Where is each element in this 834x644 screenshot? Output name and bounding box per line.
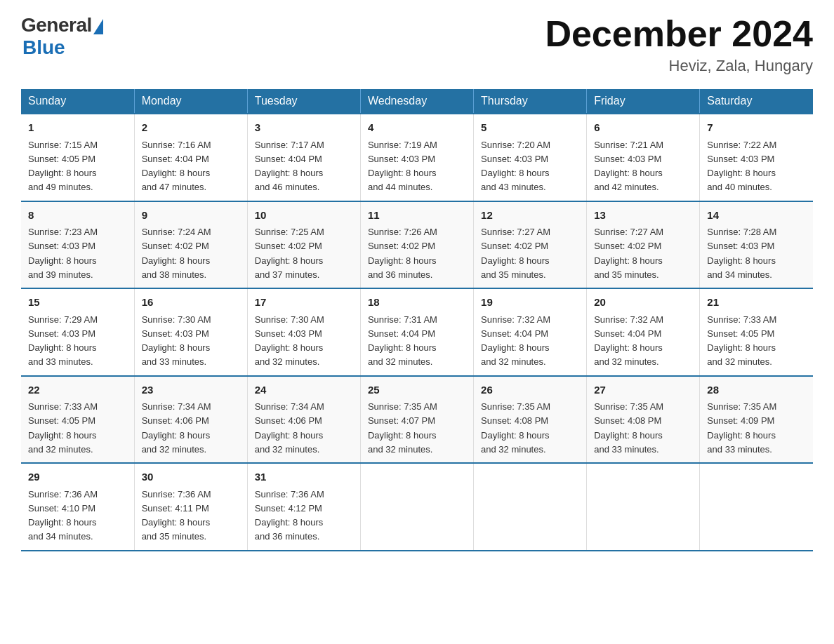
day-number: 26	[481, 382, 579, 398]
day-number: 11	[368, 208, 466, 224]
day-number: 31	[255, 469, 353, 485]
calendar-cell: 23 Sunrise: 7:34 AMSunset: 4:06 PMDaylig…	[134, 376, 247, 464]
day-number: 15	[28, 295, 127, 311]
calendar-cell: 19 Sunrise: 7:32 AMSunset: 4:04 PMDaylig…	[474, 288, 587, 376]
day-number: 21	[707, 295, 806, 311]
day-info: Sunrise: 7:31 AMSunset: 4:04 PMDaylight:…	[368, 314, 437, 368]
day-number: 19	[481, 295, 579, 311]
calendar-table: Sunday Monday Tuesday Wednesday Thursday…	[21, 89, 813, 551]
day-number: 29	[28, 469, 127, 485]
day-number: 25	[368, 382, 466, 398]
day-number: 22	[28, 382, 127, 398]
header-sunday: Sunday	[21, 89, 134, 114]
calendar-cell	[587, 463, 700, 551]
calendar-cell: 3 Sunrise: 7:17 AMSunset: 4:04 PMDayligh…	[247, 114, 360, 201]
day-number: 16	[142, 295, 240, 311]
calendar-cell: 22 Sunrise: 7:33 AMSunset: 4:05 PMDaylig…	[21, 376, 134, 464]
day-info: Sunrise: 7:22 AMSunset: 4:03 PMDaylight:…	[707, 140, 776, 193]
calendar-cell: 11 Sunrise: 7:26 AMSunset: 4:02 PMDaylig…	[360, 201, 473, 289]
header-monday: Monday	[134, 89, 247, 114]
day-info: Sunrise: 7:35 AMSunset: 4:08 PMDaylight:…	[481, 401, 550, 455]
calendar-cell: 16 Sunrise: 7:30 AMSunset: 4:03 PMDaylig…	[134, 288, 247, 376]
day-info: Sunrise: 7:24 AMSunset: 4:02 PMDaylight:…	[142, 227, 211, 280]
day-number: 12	[481, 208, 579, 224]
location: Heviz, Zala, Hungary	[545, 57, 813, 75]
day-number: 18	[368, 295, 466, 311]
day-info: Sunrise: 7:27 AMSunset: 4:02 PMDaylight:…	[594, 227, 663, 280]
title-section: December 2024 Heviz, Zala, Hungary	[545, 14, 813, 75]
calendar-cell: 30 Sunrise: 7:36 AMSunset: 4:11 PMDaylig…	[134, 463, 247, 551]
calendar-cell: 27 Sunrise: 7:35 AMSunset: 4:08 PMDaylig…	[587, 376, 700, 464]
day-info: Sunrise: 7:34 AMSunset: 4:06 PMDaylight:…	[255, 401, 324, 455]
day-info: Sunrise: 7:33 AMSunset: 4:05 PMDaylight:…	[707, 314, 776, 368]
calendar-cell: 29 Sunrise: 7:36 AMSunset: 4:10 PMDaylig…	[21, 463, 134, 551]
month-title: December 2024	[545, 14, 813, 54]
calendar-cell: 28 Sunrise: 7:35 AMSunset: 4:09 PMDaylig…	[700, 376, 813, 464]
day-number: 24	[255, 382, 353, 398]
header-wednesday: Wednesday	[360, 89, 473, 114]
calendar-cell: 25 Sunrise: 7:35 AMSunset: 4:07 PMDaylig…	[360, 376, 473, 464]
page-header: General Blue December 2024 Heviz, Zala, …	[21, 14, 813, 75]
day-info: Sunrise: 7:36 AMSunset: 4:10 PMDaylight:…	[28, 489, 98, 542]
header-friday: Friday	[587, 89, 700, 114]
header-tuesday: Tuesday	[247, 89, 360, 114]
calendar-cell: 4 Sunrise: 7:19 AMSunset: 4:03 PMDayligh…	[360, 114, 473, 201]
day-number: 7	[707, 120, 806, 136]
day-info: Sunrise: 7:35 AMSunset: 4:09 PMDaylight:…	[707, 401, 776, 455]
day-info: Sunrise: 7:16 AMSunset: 4:04 PMDaylight:…	[142, 140, 211, 193]
calendar-cell: 13 Sunrise: 7:27 AMSunset: 4:02 PMDaylig…	[587, 201, 700, 289]
day-number: 2	[142, 120, 240, 136]
day-number: 20	[594, 295, 692, 311]
day-number: 8	[28, 208, 127, 224]
calendar-cell: 31 Sunrise: 7:36 AMSunset: 4:12 PMDaylig…	[247, 463, 360, 551]
calendar-week-row: 15 Sunrise: 7:29 AMSunset: 4:03 PMDaylig…	[21, 288, 813, 376]
logo: General Blue	[21, 14, 103, 59]
header-saturday: Saturday	[700, 89, 813, 114]
calendar-cell: 12 Sunrise: 7:27 AMSunset: 4:02 PMDaylig…	[474, 201, 587, 289]
calendar-cell: 2 Sunrise: 7:16 AMSunset: 4:04 PMDayligh…	[134, 114, 247, 201]
day-number: 3	[255, 120, 353, 136]
day-info: Sunrise: 7:27 AMSunset: 4:02 PMDaylight:…	[481, 227, 550, 280]
calendar-cell: 10 Sunrise: 7:25 AMSunset: 4:02 PMDaylig…	[247, 201, 360, 289]
day-info: Sunrise: 7:20 AMSunset: 4:03 PMDaylight:…	[481, 140, 550, 193]
day-info: Sunrise: 7:33 AMSunset: 4:05 PMDaylight:…	[28, 401, 98, 455]
calendar-cell: 21 Sunrise: 7:33 AMSunset: 4:05 PMDaylig…	[700, 288, 813, 376]
day-number: 5	[481, 120, 579, 136]
day-number: 23	[142, 382, 240, 398]
day-info: Sunrise: 7:25 AMSunset: 4:02 PMDaylight:…	[255, 227, 324, 280]
calendar-cell: 8 Sunrise: 7:23 AMSunset: 4:03 PMDayligh…	[21, 201, 134, 289]
day-info: Sunrise: 7:29 AMSunset: 4:03 PMDaylight:…	[28, 314, 98, 368]
day-number: 13	[594, 208, 692, 224]
calendar-cell: 9 Sunrise: 7:24 AMSunset: 4:02 PMDayligh…	[134, 201, 247, 289]
calendar-cell: 5 Sunrise: 7:20 AMSunset: 4:03 PMDayligh…	[474, 114, 587, 201]
calendar-cell: 6 Sunrise: 7:21 AMSunset: 4:03 PMDayligh…	[587, 114, 700, 201]
logo-blue-text: Blue	[22, 36, 65, 59]
day-number: 4	[368, 120, 466, 136]
calendar-cell	[360, 463, 473, 551]
calendar-week-row: 22 Sunrise: 7:33 AMSunset: 4:05 PMDaylig…	[21, 376, 813, 464]
calendar-cell: 17 Sunrise: 7:30 AMSunset: 4:03 PMDaylig…	[247, 288, 360, 376]
day-number: 9	[142, 208, 240, 224]
day-info: Sunrise: 7:23 AMSunset: 4:03 PMDaylight:…	[28, 227, 98, 280]
day-info: Sunrise: 7:19 AMSunset: 4:03 PMDaylight:…	[368, 140, 437, 193]
day-info: Sunrise: 7:32 AMSunset: 4:04 PMDaylight:…	[594, 314, 663, 368]
day-info: Sunrise: 7:34 AMSunset: 4:06 PMDaylight:…	[142, 401, 211, 455]
calendar-cell: 26 Sunrise: 7:35 AMSunset: 4:08 PMDaylig…	[474, 376, 587, 464]
day-info: Sunrise: 7:36 AMSunset: 4:11 PMDaylight:…	[142, 489, 211, 542]
calendar-cell: 24 Sunrise: 7:34 AMSunset: 4:06 PMDaylig…	[247, 376, 360, 464]
logo-triangle-icon	[93, 19, 103, 34]
calendar-week-row: 8 Sunrise: 7:23 AMSunset: 4:03 PMDayligh…	[21, 201, 813, 289]
day-number: 28	[707, 382, 806, 398]
day-info: Sunrise: 7:17 AMSunset: 4:04 PMDaylight:…	[255, 140, 324, 193]
day-number: 17	[255, 295, 353, 311]
day-info: Sunrise: 7:30 AMSunset: 4:03 PMDaylight:…	[255, 314, 324, 368]
day-number: 30	[142, 469, 240, 485]
calendar-week-row: 29 Sunrise: 7:36 AMSunset: 4:10 PMDaylig…	[21, 463, 813, 551]
calendar-header-row: Sunday Monday Tuesday Wednesday Thursday…	[21, 89, 813, 114]
day-number: 1	[28, 120, 127, 136]
day-info: Sunrise: 7:35 AMSunset: 4:08 PMDaylight:…	[594, 401, 663, 455]
day-info: Sunrise: 7:26 AMSunset: 4:02 PMDaylight:…	[368, 227, 437, 280]
calendar-cell: 15 Sunrise: 7:29 AMSunset: 4:03 PMDaylig…	[21, 288, 134, 376]
day-info: Sunrise: 7:36 AMSunset: 4:12 PMDaylight:…	[255, 489, 324, 542]
day-number: 10	[255, 208, 353, 224]
